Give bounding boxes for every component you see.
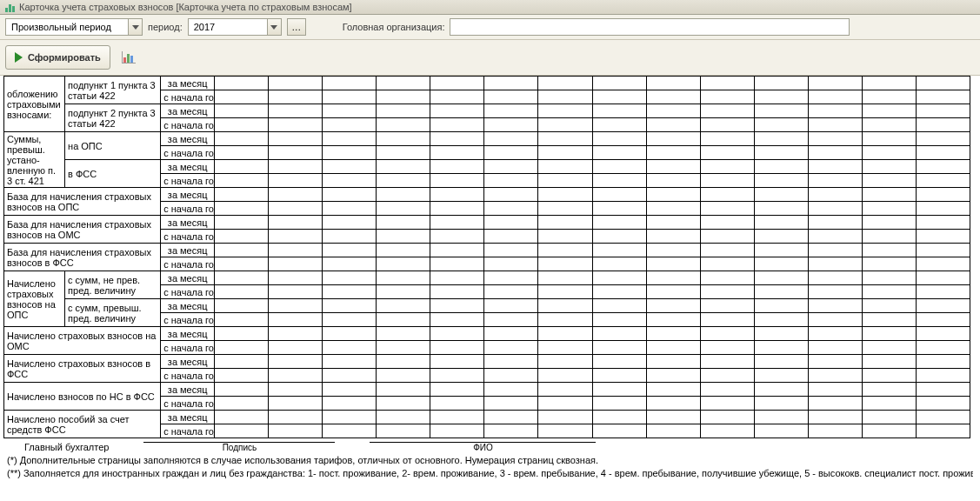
dropdown-button[interactable] bbox=[267, 19, 281, 35]
data-cell bbox=[430, 257, 484, 271]
data-cell bbox=[323, 355, 377, 369]
data-cell bbox=[916, 271, 970, 285]
data-cell bbox=[484, 188, 538, 202]
data-cell bbox=[808, 160, 862, 174]
period-ytd-cell: с начала года bbox=[161, 341, 215, 355]
data-cell bbox=[700, 160, 754, 174]
chart-bar-icon bbox=[5, 3, 16, 12]
org-input[interactable] bbox=[450, 18, 850, 36]
data-cell bbox=[700, 271, 754, 285]
data-cell bbox=[754, 411, 808, 424]
data-cell bbox=[592, 160, 646, 174]
data-cell bbox=[592, 90, 646, 104]
data-cell bbox=[916, 160, 970, 174]
row-sublabel: подпункт 2 пункта 3 статьи 422 bbox=[65, 104, 161, 132]
data-cell bbox=[592, 313, 646, 327]
data-cell bbox=[754, 285, 808, 299]
period-type-value: Произвольный период bbox=[6, 21, 128, 33]
org-label: Головная организация: bbox=[343, 22, 445, 32]
data-cell bbox=[215, 369, 269, 383]
dropdown-button[interactable] bbox=[128, 19, 142, 35]
data-cell bbox=[430, 90, 484, 104]
data-cell bbox=[323, 257, 377, 271]
data-cell bbox=[377, 383, 430, 397]
data-cell bbox=[646, 244, 700, 257]
data-cell bbox=[808, 216, 862, 230]
data-cell bbox=[538, 188, 592, 202]
data-cell bbox=[377, 174, 430, 188]
data-cell bbox=[916, 257, 970, 271]
data-cell bbox=[862, 146, 916, 160]
data-cell bbox=[377, 341, 430, 355]
data-cell bbox=[916, 397, 970, 411]
generate-button[interactable]: Сформировать bbox=[5, 45, 110, 70]
data-cell bbox=[215, 383, 269, 397]
data-cell bbox=[700, 188, 754, 202]
data-cell bbox=[916, 216, 970, 230]
data-cell bbox=[323, 216, 377, 230]
data-cell bbox=[430, 202, 484, 216]
data-cell bbox=[808, 146, 862, 160]
data-cell bbox=[700, 299, 754, 313]
report-footer: Главный бухгалтер Подпись ФИО (*) Дополн… bbox=[0, 438, 980, 480]
data-cell bbox=[808, 313, 862, 327]
data-cell bbox=[646, 188, 700, 202]
data-cell bbox=[808, 355, 862, 369]
data-cell bbox=[916, 369, 970, 383]
data-cell bbox=[430, 271, 484, 285]
data-cell bbox=[323, 160, 377, 174]
data-cell bbox=[538, 216, 592, 230]
period-month-cell: за месяц bbox=[161, 355, 215, 369]
data-cell bbox=[646, 299, 700, 313]
period-type-combo[interactable]: Произвольный период bbox=[5, 18, 143, 36]
data-cell bbox=[754, 383, 808, 397]
data-cell bbox=[538, 285, 592, 299]
data-cell bbox=[269, 244, 323, 257]
data-cell bbox=[862, 313, 916, 327]
data-cell bbox=[592, 424, 646, 438]
data-cell bbox=[646, 146, 700, 160]
period-picker-button[interactable]: … bbox=[287, 18, 306, 36]
data-cell bbox=[215, 341, 269, 355]
data-cell bbox=[700, 146, 754, 160]
data-cell bbox=[700, 424, 754, 438]
data-cell bbox=[862, 327, 916, 341]
period-ytd-cell: с начала года bbox=[161, 285, 215, 299]
data-cell bbox=[646, 202, 700, 216]
data-cell bbox=[646, 118, 700, 132]
data-cell bbox=[862, 188, 916, 202]
data-cell bbox=[269, 424, 323, 438]
data-cell bbox=[700, 383, 754, 397]
data-cell bbox=[592, 299, 646, 313]
data-cell bbox=[484, 341, 538, 355]
data-cell bbox=[862, 244, 916, 257]
row-label: Начислено взносов по НС в ФСС bbox=[4, 383, 161, 411]
footnote-2: (**) Заполняется для иностранных граждан… bbox=[7, 468, 973, 479]
data-cell bbox=[592, 411, 646, 424]
data-cell bbox=[754, 216, 808, 230]
data-cell bbox=[700, 244, 754, 257]
data-cell bbox=[916, 341, 970, 355]
data-cell bbox=[430, 104, 484, 118]
data-cell bbox=[269, 397, 323, 411]
data-cell bbox=[269, 146, 323, 160]
data-cell bbox=[323, 327, 377, 341]
period-value-combo[interactable]: 2017 bbox=[188, 18, 282, 36]
data-cell bbox=[538, 383, 592, 397]
row-label: База для начисления страховых взносов на… bbox=[4, 188, 161, 216]
data-cell bbox=[377, 411, 430, 424]
chart-settings-button[interactable] bbox=[117, 47, 140, 68]
data-cell bbox=[916, 244, 970, 257]
data-cell bbox=[646, 369, 700, 383]
period-ytd-cell: с начала года bbox=[161, 202, 215, 216]
data-cell bbox=[700, 285, 754, 299]
data-cell bbox=[484, 118, 538, 132]
data-cell bbox=[592, 285, 646, 299]
data-cell bbox=[430, 285, 484, 299]
data-cell bbox=[215, 397, 269, 411]
data-cell bbox=[430, 355, 484, 369]
chevron-down-icon bbox=[270, 25, 277, 30]
data-cell bbox=[215, 77, 269, 90]
period-month-cell: за месяц bbox=[161, 188, 215, 202]
data-cell bbox=[754, 202, 808, 216]
